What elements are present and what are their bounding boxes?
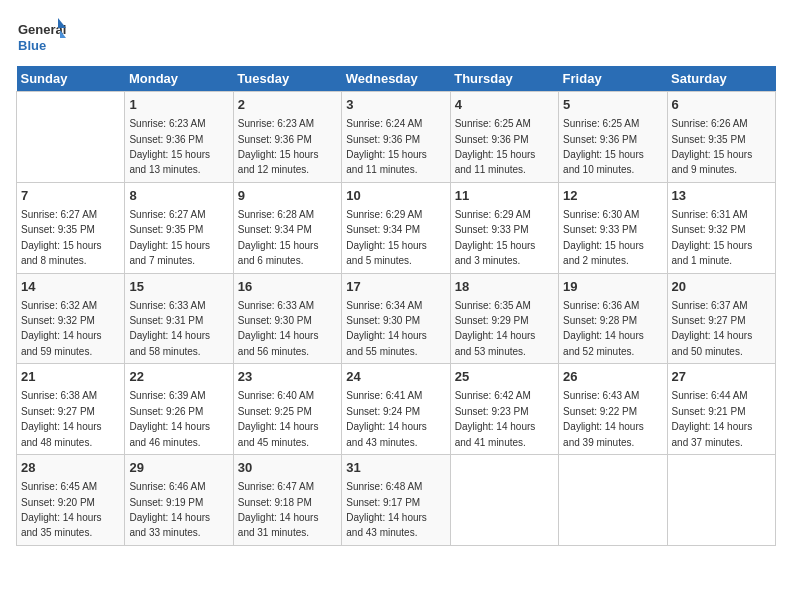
sunrise-text: Sunrise: 6:28 AM (238, 209, 314, 220)
sunrise-text: Sunrise: 6:27 AM (129, 209, 205, 220)
sunrise-text: Sunrise: 6:41 AM (346, 390, 422, 401)
day-number: 20 (672, 278, 771, 296)
day-number: 19 (563, 278, 662, 296)
day-number: 25 (455, 368, 554, 386)
sunrise-text: Sunrise: 6:29 AM (346, 209, 422, 220)
sunrise-text: Sunrise: 6:30 AM (563, 209, 639, 220)
sunrise-text: Sunrise: 6:27 AM (21, 209, 97, 220)
calendar-week-row: 1 Sunrise: 6:23 AM Sunset: 9:36 PM Dayli… (17, 92, 776, 183)
daylight-text: Daylight: 14 hours and 37 minutes. (672, 421, 753, 447)
daylight-text: Daylight: 14 hours and 46 minutes. (129, 421, 210, 447)
daylight-text: Daylight: 14 hours and 39 minutes. (563, 421, 644, 447)
calendar-cell: 14 Sunrise: 6:32 AM Sunset: 9:32 PM Dayl… (17, 273, 125, 364)
sunrise-text: Sunrise: 6:38 AM (21, 390, 97, 401)
sunrise-text: Sunrise: 6:33 AM (238, 300, 314, 311)
day-number: 15 (129, 278, 228, 296)
daylight-text: Daylight: 14 hours and 41 minutes. (455, 421, 536, 447)
daylight-text: Daylight: 15 hours and 10 minutes. (563, 149, 644, 175)
calendar-cell: 29 Sunrise: 6:46 AM Sunset: 9:19 PM Dayl… (125, 455, 233, 546)
daylight-text: Daylight: 14 hours and 33 minutes. (129, 512, 210, 538)
calendar-cell: 2 Sunrise: 6:23 AM Sunset: 9:36 PM Dayli… (233, 92, 341, 183)
day-number: 30 (238, 459, 337, 477)
daylight-text: Daylight: 15 hours and 11 minutes. (455, 149, 536, 175)
day-number: 4 (455, 96, 554, 114)
calendar-cell: 5 Sunrise: 6:25 AM Sunset: 9:36 PM Dayli… (559, 92, 667, 183)
daylight-text: Daylight: 15 hours and 11 minutes. (346, 149, 427, 175)
daylight-text: Daylight: 15 hours and 2 minutes. (563, 240, 644, 266)
sunset-text: Sunset: 9:36 PM (563, 134, 637, 145)
sunrise-text: Sunrise: 6:46 AM (129, 481, 205, 492)
calendar-cell: 3 Sunrise: 6:24 AM Sunset: 9:36 PM Dayli… (342, 92, 450, 183)
weekday-header: Saturday (667, 66, 775, 92)
calendar-cell: 27 Sunrise: 6:44 AM Sunset: 9:21 PM Dayl… (667, 364, 775, 455)
sunrise-text: Sunrise: 6:47 AM (238, 481, 314, 492)
calendar-cell: 22 Sunrise: 6:39 AM Sunset: 9:26 PM Dayl… (125, 364, 233, 455)
sunrise-text: Sunrise: 6:31 AM (672, 209, 748, 220)
sunrise-text: Sunrise: 6:34 AM (346, 300, 422, 311)
sunrise-text: Sunrise: 6:45 AM (21, 481, 97, 492)
calendar-body: 1 Sunrise: 6:23 AM Sunset: 9:36 PM Dayli… (17, 92, 776, 546)
day-number: 6 (672, 96, 771, 114)
calendar-cell: 26 Sunrise: 6:43 AM Sunset: 9:22 PM Dayl… (559, 364, 667, 455)
calendar-cell: 4 Sunrise: 6:25 AM Sunset: 9:36 PM Dayli… (450, 92, 558, 183)
sunset-text: Sunset: 9:17 PM (346, 497, 420, 508)
calendar-cell (667, 455, 775, 546)
calendar-week-row: 21 Sunrise: 6:38 AM Sunset: 9:27 PM Dayl… (17, 364, 776, 455)
calendar-cell (17, 92, 125, 183)
sunset-text: Sunset: 9:33 PM (563, 224, 637, 235)
weekday-header: Monday (125, 66, 233, 92)
day-number: 21 (21, 368, 120, 386)
daylight-text: Daylight: 15 hours and 1 minute. (672, 240, 753, 266)
calendar-cell: 28 Sunrise: 6:45 AM Sunset: 9:20 PM Dayl… (17, 455, 125, 546)
sunrise-text: Sunrise: 6:36 AM (563, 300, 639, 311)
calendar-cell: 24 Sunrise: 6:41 AM Sunset: 9:24 PM Dayl… (342, 364, 450, 455)
calendar-cell: 19 Sunrise: 6:36 AM Sunset: 9:28 PM Dayl… (559, 273, 667, 364)
day-number: 29 (129, 459, 228, 477)
day-number: 8 (129, 187, 228, 205)
day-number: 23 (238, 368, 337, 386)
calendar-cell: 21 Sunrise: 6:38 AM Sunset: 9:27 PM Dayl… (17, 364, 125, 455)
calendar-cell: 7 Sunrise: 6:27 AM Sunset: 9:35 PM Dayli… (17, 182, 125, 273)
daylight-text: Daylight: 15 hours and 13 minutes. (129, 149, 210, 175)
day-number: 17 (346, 278, 445, 296)
sunrise-text: Sunrise: 6:44 AM (672, 390, 748, 401)
sunset-text: Sunset: 9:35 PM (672, 134, 746, 145)
sunrise-text: Sunrise: 6:26 AM (672, 118, 748, 129)
sunset-text: Sunset: 9:30 PM (238, 315, 312, 326)
day-number: 10 (346, 187, 445, 205)
daylight-text: Daylight: 14 hours and 56 minutes. (238, 330, 319, 356)
daylight-text: Daylight: 14 hours and 43 minutes. (346, 421, 427, 447)
calendar-cell (450, 455, 558, 546)
sunset-text: Sunset: 9:36 PM (238, 134, 312, 145)
day-number: 16 (238, 278, 337, 296)
calendar-cell: 15 Sunrise: 6:33 AM Sunset: 9:31 PM Dayl… (125, 273, 233, 364)
sunrise-text: Sunrise: 6:37 AM (672, 300, 748, 311)
sunset-text: Sunset: 9:19 PM (129, 497, 203, 508)
weekday-header: Tuesday (233, 66, 341, 92)
calendar-cell: 12 Sunrise: 6:30 AM Sunset: 9:33 PM Dayl… (559, 182, 667, 273)
daylight-text: Daylight: 15 hours and 12 minutes. (238, 149, 319, 175)
daylight-text: Daylight: 14 hours and 35 minutes. (21, 512, 102, 538)
calendar-cell: 16 Sunrise: 6:33 AM Sunset: 9:30 PM Dayl… (233, 273, 341, 364)
calendar-week-row: 14 Sunrise: 6:32 AM Sunset: 9:32 PM Dayl… (17, 273, 776, 364)
day-number: 9 (238, 187, 337, 205)
sunset-text: Sunset: 9:21 PM (672, 406, 746, 417)
sunrise-text: Sunrise: 6:29 AM (455, 209, 531, 220)
weekday-header: Thursday (450, 66, 558, 92)
sunrise-text: Sunrise: 6:40 AM (238, 390, 314, 401)
daylight-text: Daylight: 14 hours and 50 minutes. (672, 330, 753, 356)
day-number: 12 (563, 187, 662, 205)
daylight-text: Daylight: 14 hours and 53 minutes. (455, 330, 536, 356)
logo: General Blue (16, 16, 66, 58)
day-number: 14 (21, 278, 120, 296)
sunset-text: Sunset: 9:27 PM (672, 315, 746, 326)
day-number: 1 (129, 96, 228, 114)
sunrise-text: Sunrise: 6:43 AM (563, 390, 639, 401)
svg-text:Blue: Blue (18, 38, 46, 53)
sunset-text: Sunset: 9:25 PM (238, 406, 312, 417)
sunrise-text: Sunrise: 6:23 AM (129, 118, 205, 129)
calendar-cell: 11 Sunrise: 6:29 AM Sunset: 9:33 PM Dayl… (450, 182, 558, 273)
sunset-text: Sunset: 9:23 PM (455, 406, 529, 417)
daylight-text: Daylight: 15 hours and 7 minutes. (129, 240, 210, 266)
sunrise-text: Sunrise: 6:23 AM (238, 118, 314, 129)
